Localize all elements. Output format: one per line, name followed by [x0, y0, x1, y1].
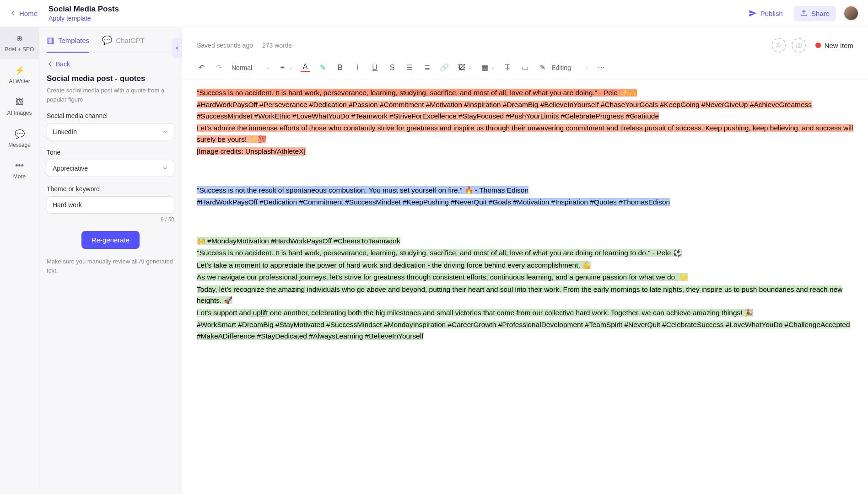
tab-templates[interactable]: ▥ Templates — [47, 35, 89, 53]
more-button[interactable]: ⋯ — [597, 63, 606, 72]
bolt-icon: ⚡ — [15, 65, 25, 75]
redo-icon: ↷ — [214, 63, 223, 72]
panel-description: Create social media post with a quote fr… — [47, 86, 174, 104]
image-icon: 🖼 — [457, 64, 466, 72]
side-panel: ▥ Templates 💬 ChatGPT Back Social media … — [39, 27, 182, 494]
chevron-left-icon — [47, 61, 53, 67]
numbered-list-icon: ≣ — [422, 63, 431, 72]
strikethrough-button[interactable]: S — [388, 64, 397, 72]
bold-button[interactable]: B — [335, 64, 345, 72]
apply-template-link[interactable]: Apply template — [49, 15, 119, 22]
undo-button[interactable]: ↶ — [197, 63, 206, 72]
left-rail: ⊕ Brief + SEO ⚡ AI Writer 🖼 AI Images 💬 … — [0, 27, 39, 494]
dots-icon: ⋯ — [597, 63, 606, 72]
content-p4c: ] — [304, 147, 306, 155]
chevron-down-icon — [162, 129, 168, 135]
text-color-button[interactable]: A — [301, 63, 310, 72]
collapse-panel-button[interactable] — [172, 38, 182, 58]
content-p2: #HardWorkPaysOff #Perseverance #Dedicati… — [197, 101, 812, 119]
dots-icon: ••• — [15, 161, 24, 171]
rail-ai-images[interactable]: 🖼 AI Images — [0, 91, 39, 123]
highlight-button[interactable]: ✎ — [318, 63, 327, 72]
rail-brief-seo[interactable]: ⊕ Brief + SEO — [0, 27, 39, 59]
chevron-left-icon — [174, 45, 180, 51]
target-icon: ⊕ — [16, 33, 23, 43]
editing-mode-select[interactable]: ✎ Editing ⌄ — [538, 63, 588, 72]
templates-icon: ▥ — [47, 35, 54, 45]
publish-button[interactable]: Publish — [742, 5, 789, 21]
paragraph-style-select[interactable]: Normal ⌄ — [232, 64, 270, 71]
share-button[interactable]: Share — [794, 6, 836, 21]
theme-input[interactable] — [47, 196, 174, 214]
clear-format-button[interactable]: T̶ — [503, 63, 512, 72]
pencil-icon: ✎ — [538, 63, 547, 72]
chevron-down-icon: ⌄ — [468, 65, 472, 70]
editor-area: Saved seconds ago 273 words New Item ↶ ↷… — [182, 27, 868, 494]
home-label: Home — [19, 10, 38, 17]
tone-label: Tone — [47, 149, 174, 156]
bullet-list-button[interactable]: ☰ — [405, 63, 414, 72]
tab-templates-label: Templates — [58, 37, 89, 44]
chevron-down-icon — [162, 165, 168, 172]
editor-toolbar: ↶ ↷ Normal ⌄ ≡⌄ A ✎ B I U S ☰ ≣ 🔗 🖼⌄ ▦⌄ … — [182, 58, 868, 79]
underline-icon: U — [370, 64, 379, 72]
content-p12b: uplift — [251, 309, 268, 317]
content-p12c: one another, celebrating both the big mi… — [268, 309, 753, 317]
content-p10: As we navigate our professional journeys… — [197, 273, 688, 281]
char-count: 9 / 50 — [47, 216, 174, 223]
svg-rect-1 — [796, 44, 801, 48]
home-link[interactable]: Home — [9, 10, 38, 17]
camera-icon — [796, 42, 802, 48]
theme-label: Theme or keyword — [47, 185, 174, 193]
chevron-down-icon: ⌄ — [585, 65, 588, 70]
tone-select[interactable]: Appreciative — [47, 160, 174, 177]
paragraph-style-value: Normal — [232, 64, 252, 71]
back-label: Back — [56, 60, 70, 68]
avatar[interactable] — [843, 5, 859, 21]
image-insert-button[interactable]: 🖼⌄ — [457, 64, 472, 72]
content-p11: Today, let's recognize the amazing indiv… — [197, 285, 842, 304]
undo-icon: ↶ — [197, 63, 206, 72]
italic-icon: I — [353, 64, 362, 72]
tab-chatgpt-label: ChatGPT — [116, 37, 145, 44]
channel-select[interactable]: LinkedIn — [47, 123, 174, 140]
chat-bubble-icon: 💬 — [102, 35, 112, 45]
image-icon: 🖼 — [16, 97, 24, 107]
table-icon: ▦ — [480, 63, 489, 72]
document-content[interactable]: "Success is no accident. It is hard work… — [182, 79, 868, 370]
content-p9: Let's take a moment to appreciate the po… — [197, 261, 591, 269]
italic-button[interactable]: I — [353, 64, 362, 72]
chat-icon: 💬 — [15, 129, 25, 139]
table-button[interactable]: ▦⌄ — [480, 63, 495, 72]
channel-value: LinkedIn — [53, 128, 77, 135]
link-button[interactable]: 🔗 — [440, 63, 449, 72]
add-collaborator-button[interactable] — [771, 38, 786, 53]
underline-button[interactable]: U — [370, 64, 379, 72]
rail-more[interactable]: ••• More — [0, 155, 39, 186]
rail-ai-writer[interactable]: ⚡ AI Writer — [0, 59, 39, 91]
bold-icon: B — [335, 64, 345, 72]
numbered-list-button[interactable]: ≣ — [422, 63, 431, 72]
back-link[interactable]: Back — [47, 60, 174, 68]
tab-chatgpt[interactable]: 💬 ChatGPT — [102, 35, 145, 53]
share-label: Share — [811, 10, 830, 17]
content-p12a: Let's support and — [197, 309, 251, 317]
align-left-icon: ≡ — [278, 64, 287, 72]
add-image-button[interactable] — [792, 38, 806, 53]
align-button[interactable]: ≡⌄ — [278, 64, 292, 72]
redo-button[interactable]: ↷ — [214, 63, 223, 72]
saved-status: Saved seconds ago — [197, 42, 253, 49]
page-title: Social Media Posts — [49, 5, 119, 14]
user-plus-icon — [776, 42, 782, 48]
tone-value: Appreciative — [53, 165, 88, 172]
content-p4b: AthleteX — [277, 147, 304, 156]
review-note: Make sure you manually review all AI gen… — [47, 257, 174, 275]
svg-point-0 — [777, 43, 779, 45]
regenerate-button[interactable]: Re-generate — [81, 231, 140, 249]
comment-button[interactable]: ▭ — [520, 63, 529, 72]
strikethrough-icon: S — [388, 64, 397, 72]
rail-more-label: More — [13, 173, 26, 180]
chevron-down-icon: ⌄ — [289, 65, 292, 70]
channel-label: Social media channel — [47, 112, 174, 119]
rail-message[interactable]: 💬 Message — [0, 123, 39, 155]
